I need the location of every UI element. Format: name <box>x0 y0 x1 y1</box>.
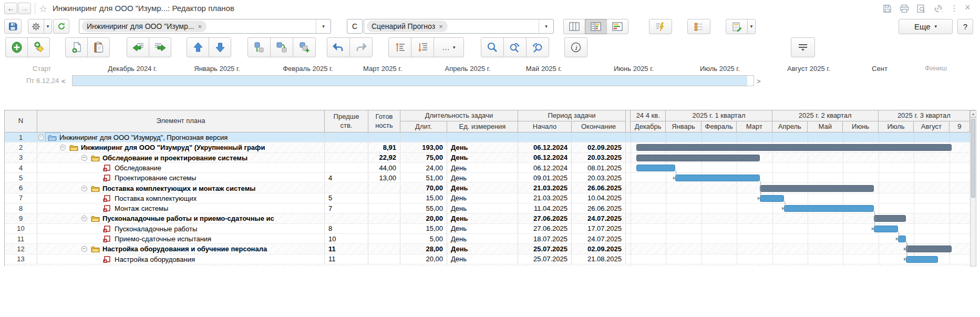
cell-duration[interactable] <box>400 132 447 142</box>
add-link-button[interactable] <box>293 37 316 57</box>
column-header-duration-group[interactable]: Длительность задачи <box>400 110 518 121</box>
gantt-task-bar[interactable] <box>898 236 906 242</box>
cell-unit[interactable]: День <box>447 254 518 264</box>
gantt-summary-bar[interactable] <box>636 155 760 161</box>
cell-start-date[interactable]: 21.03.2025 <box>518 193 572 203</box>
cell-plan-element[interactable]: Проектирование системы <box>37 173 325 182</box>
collapse-toggle[interactable]: − <box>81 186 87 191</box>
column-header-start[interactable]: Начало <box>518 121 572 132</box>
plan-row[interactable]: 11Приемо-сдаточные испытания105,00День18… <box>5 234 970 244</box>
help-button[interactable]: ? <box>957 19 973 34</box>
gantt-task-bar[interactable] <box>906 256 938 263</box>
plan-row[interactable]: 4Обследование44,0024,00День06.12.202408.… <box>5 163 970 173</box>
redo-button[interactable] <box>349 37 373 57</box>
link-successor-button[interactable] <box>270 37 293 57</box>
cell-readiness[interactable]: 13,00 <box>368 173 400 182</box>
collapse-toggle[interactable]: − <box>81 246 87 252</box>
recalculate-button[interactable] <box>649 19 672 34</box>
collapse-toggle[interactable]: − <box>38 135 44 140</box>
cell-duration[interactable]: 20,00 <box>400 213 447 223</box>
cell-start-date[interactable]: 09.01.2025 <box>518 173 572 182</box>
cell-readiness[interactable] <box>368 254 400 264</box>
cell-row-number[interactable]: 4 <box>5 163 37 172</box>
cell-start-date[interactable]: 06.12.2024 <box>518 142 572 152</box>
cell-plan-element[interactable]: −Обследование и проектирование системы <box>37 153 325 162</box>
cell-readiness[interactable] <box>368 203 400 213</box>
gantt-task-bar[interactable] <box>636 165 675 171</box>
gantt-summary-bar[interactable] <box>760 185 874 192</box>
link-predecessor-button[interactable] <box>247 37 271 57</box>
cell-predecessor[interactable]: 11 <box>325 244 368 253</box>
cell-plan-element[interactable]: −Пусконаладочные работы и приемо-сдаточн… <box>37 213 325 223</box>
copy-button[interactable] <box>65 37 88 57</box>
forward-button[interactable]: → <box>18 3 31 14</box>
cell-predecessor[interactable] <box>325 163 368 172</box>
column-header-predecessor[interactable]: Предше ств. <box>325 110 368 132</box>
cell-duration[interactable]: 15,00 <box>400 224 447 233</box>
column-header-end[interactable]: Окончание <box>572 121 626 132</box>
cell-unit[interactable]: День <box>447 213 518 223</box>
cell-end-date[interactable]: 10.04.2025 <box>572 193 626 203</box>
cell-start-date[interactable]: 27.06.2025 <box>518 224 572 233</box>
cell-row-number[interactable]: 7 <box>5 193 37 203</box>
plan-row[interactable]: 5Проектирование системы413,0051,00День09… <box>5 173 970 183</box>
cell-unit[interactable]: День <box>447 163 518 172</box>
timeline-left-arrow[interactable]: < <box>61 77 66 85</box>
add-button[interactable] <box>5 37 28 57</box>
print-icon[interactable] <box>900 4 909 13</box>
cell-readiness[interactable] <box>368 244 400 253</box>
structure-button[interactable] <box>687 19 710 34</box>
column-header-period-group[interactable]: Период задачи <box>518 110 626 121</box>
cell-end-date[interactable]: 26.06.2025 <box>572 203 626 213</box>
close-icon[interactable]: × <box>965 2 971 13</box>
cell-row-number[interactable]: 5 <box>5 173 37 182</box>
cell-start-date[interactable]: 25.07.2025 <box>518 244 572 253</box>
gantt-scrollbar-thumb[interactable] <box>971 119 975 198</box>
column-header-unit[interactable]: Ед. измерения <box>447 121 518 132</box>
cell-plan-element[interactable]: −Инжиниринг для ООО "Изумруд", Прогнозна… <box>37 132 325 142</box>
column-header-duration[interactable]: Длит. <box>400 121 447 132</box>
cell-unit[interactable]: День <box>447 203 518 213</box>
indent-button[interactable] <box>149 37 171 57</box>
cell-predecessor[interactable] <box>325 132 368 142</box>
gantt-task-bar[interactable] <box>784 205 874 212</box>
scenario-combo-field[interactable]: Сценарий Прогноз × ▾ <box>364 19 554 34</box>
timeline-slider-track[interactable] <box>72 75 754 86</box>
cell-unit[interactable]: День <box>447 244 518 253</box>
plan-row[interactable]: 13Настройка оборудования1120,00День25.07… <box>5 254 970 264</box>
cell-plan-element[interactable]: −Инжиниринг для ООО "Изумруд" (Укрупненн… <box>37 142 325 152</box>
plan-row[interactable]: 9−Пусконаладочные работы и приемо-сдаточ… <box>5 213 970 223</box>
column-header-readiness[interactable]: Готов ность <box>368 110 400 132</box>
cell-duration[interactable]: 24,00 <box>400 163 447 172</box>
list-settings-button[interactable] <box>791 37 815 57</box>
cell-end-date[interactable]: 26.06.2025 <box>572 183 626 193</box>
cell-readiness[interactable] <box>368 234 400 243</box>
cell-start-date[interactable]: 06.12.2024 <box>518 163 572 172</box>
collapse-toggle[interactable]: − <box>81 155 87 161</box>
cell-row-number[interactable]: 10 <box>5 224 37 233</box>
gantt-scroll-up-button[interactable]: ▲ <box>970 110 976 117</box>
collapse-all-button[interactable] <box>388 37 411 57</box>
timeline-right-arrow[interactable]: > <box>757 77 761 85</box>
cell-predecessor[interactable]: 5 <box>325 193 368 203</box>
cell-duration[interactable]: 70,00 <box>400 183 447 193</box>
plan-row[interactable]: 12−Настройка оборудования и обучение пер… <box>5 244 970 254</box>
cell-end-date[interactable]: 02.09.2025 <box>572 244 626 253</box>
cell-readiness[interactable]: 8,91 <box>368 142 400 152</box>
save-button[interactable] <box>4 19 22 34</box>
gantt-summary-bar[interactable] <box>874 215 906 222</box>
cell-end-date[interactable]: 24.07.2025 <box>572 213 626 223</box>
plan-row[interactable]: 7Поставка комплектующих515,00День21.03.2… <box>5 193 970 203</box>
cell-duration[interactable]: 15,00 <box>400 193 447 203</box>
favorite-star-icon[interactable]: ☆ <box>39 3 47 15</box>
column-header-n[interactable]: N <box>5 110 37 132</box>
cell-unit[interactable]: День <box>447 183 518 193</box>
cell-row-number[interactable]: 9 <box>5 213 37 223</box>
cell-plan-element[interactable]: Поставка комплектующих <box>37 193 325 203</box>
cell-unit[interactable]: День <box>447 224 518 233</box>
cell-row-number[interactable]: 3 <box>5 153 37 162</box>
gantt-task-bar[interactable] <box>874 226 898 232</box>
cell-duration[interactable]: 193,00 <box>400 142 447 152</box>
cell-unit[interactable]: День <box>447 142 518 152</box>
cell-row-number[interactable]: 11 <box>5 234 37 243</box>
